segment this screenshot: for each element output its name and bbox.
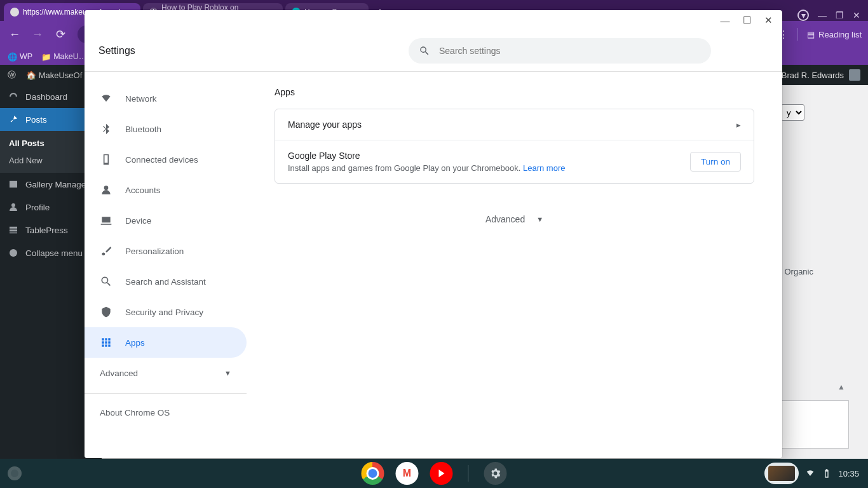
nav-connected-devices[interactable]: Connected devices [85,144,247,175]
wordpress-icon[interactable]: ⓦ [8,69,16,81]
row-title: Google Play Store [288,151,565,161]
row-manage-apps[interactable]: Manage your apps ▸ [275,109,754,140]
nav-search-assistant[interactable]: Search and Assistant [85,266,247,297]
shelf-app-chrome[interactable] [362,462,384,485]
forward-button[interactable]: → [29,26,46,43]
sort-arrow-icon[interactable]: ▲ [837,383,845,391]
nav-accounts[interactable]: Accounts [85,175,247,205]
organic-label: Organic [784,267,813,276]
tote-preview[interactable] [764,463,799,484]
shelf-app-gmail[interactable]: M [396,462,419,485]
settings-content: Apps Manage your apps ▸ Google Play Stor… [247,72,782,458]
brush-icon [100,245,112,257]
row-subtitle: Install apps and games from Google Play … [288,163,565,173]
settings-title: Settings [98,45,135,57]
svg-point-0 [10,249,17,257]
globe-icon: 🌐 [8,52,17,61]
table-icon [8,224,19,236]
bluetooth-icon [100,123,112,135]
gauge-icon [8,91,19,102]
row-title: Manage your apps [288,119,362,130]
laptop-icon [100,214,112,227]
nav-network[interactable]: Network [85,83,247,114]
apps-card: Manage your apps ▸ Google Play Store Ins… [275,109,754,184]
more-icon[interactable]: ▾ [797,10,809,21]
clock: 10:35 [838,469,859,478]
back-button[interactable]: ← [6,26,23,43]
row-google-play-store: Google Play Store Install apps and games… [275,140,754,183]
person-icon [8,201,19,213]
list-icon: ▤ [807,30,815,39]
chevron-down-icon: ▼ [224,369,231,377]
learn-more-link[interactable]: Learn more [523,163,565,173]
launcher-button[interactable] [0,459,29,488]
close-button[interactable]: ✕ [762,14,775,27]
chromeos-shelf: M 10:35 [0,459,868,488]
settings-search[interactable] [409,38,711,64]
search-icon [419,45,430,57]
shelf-status-tray[interactable]: 10:35 [764,463,868,484]
thumbnail-icon [768,466,795,481]
reading-list-button[interactable]: ▤ Reading list [807,30,862,39]
avatar-icon[interactable] [849,69,860,81]
gear-icon [489,467,502,480]
wifi-icon [805,468,815,478]
site-home[interactable]: 🏠 MakeUseOf [26,71,82,80]
folder-icon: 📁 [41,52,50,61]
settings-window-controls: — ☐ ✕ [85,10,782,30]
shelf-app-youtube[interactable] [430,462,453,485]
apps-icon [100,336,112,349]
greeting[interactable]: , Brad R. Edwards [777,71,844,80]
shelf-pinned-apps: M [362,462,507,485]
bookmark-wp[interactable]: 🌐 WP [8,52,32,61]
wifi-icon [100,92,112,105]
maximize-button[interactable]: ❐ [836,10,844,20]
nav-bluetooth[interactable]: Bluetooth [85,114,247,144]
turn-on-button[interactable]: Turn on [690,152,741,172]
chromeos-settings-window: — ☐ ✕ Settings Network Bluetooth Connect… [85,10,782,458]
battery-icon [822,468,832,478]
chevron-down-icon: ▼ [536,215,543,223]
nav-device[interactable]: Device [85,205,247,236]
nav-about-chromeos[interactable]: About Chrome OS [85,399,247,426]
settings-header: Settings [85,30,782,71]
person-icon [100,184,112,196]
bookmark-folder-makeu[interactable]: 📁 MakeU… [41,52,86,61]
nav-apps[interactable]: Apps [85,327,247,358]
reload-button[interactable]: ⟳ [52,26,69,43]
nav-security-privacy[interactable]: Security and Privacy [85,297,247,327]
search-icon [100,275,112,288]
image-icon [8,179,19,190]
nav-advanced[interactable]: Advanced ▼ [85,358,247,388]
shelf-app-settings[interactable] [484,462,507,485]
maximize-button[interactable]: ☐ [740,14,753,27]
globe-icon [10,8,19,17]
minimize-button[interactable]: — [719,14,731,27]
phone-icon [100,153,112,166]
advanced-toggle[interactable]: Advanced ▼ [275,214,754,224]
filter-dropdown[interactable]: y [781,104,804,121]
launcher-icon [8,466,22,480]
settings-nav: Network Bluetooth Connected devices Acco… [85,72,247,458]
chevron-left-icon [8,247,19,259]
settings-search-input[interactable] [439,46,701,56]
shelf-separator [468,465,469,482]
window-controls: ▾ — ❐ ✕ [797,10,868,21]
pin-icon [8,114,19,125]
section-title: Apps [275,87,754,97]
chevron-right-icon: ▸ [736,120,741,130]
shield-icon [100,306,112,318]
minimize-button[interactable]: — [818,10,827,20]
close-button[interactable]: ✕ [853,10,860,20]
nav-personalization[interactable]: Personalization [85,236,247,266]
